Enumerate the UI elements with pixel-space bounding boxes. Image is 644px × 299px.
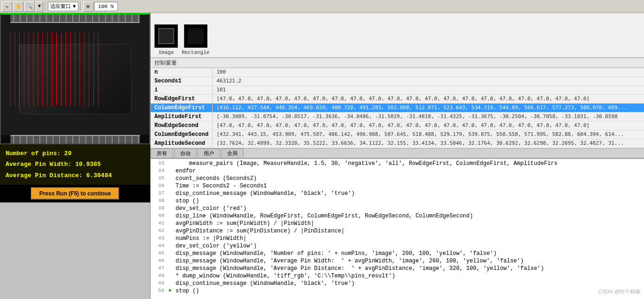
table-row[interactable]: ColumnEdgeFirst[416.112, 437.544, 448.35… xyxy=(151,104,644,112)
tabs-area: 所有 自动 用户 全局 xyxy=(151,149,644,159)
table-row[interactable]: AmplitudeSecond[32.7624, 32.4899, 32.332… xyxy=(151,139,644,148)
line-number: 35 xyxy=(151,175,167,181)
image-viewer-content xyxy=(1,15,149,143)
var-name: Seconds1 xyxy=(151,77,213,86)
line-number: 47 xyxy=(151,265,167,271)
line-content: stop () xyxy=(174,287,644,295)
tab-auto[interactable]: 自动 xyxy=(174,149,197,158)
line-number: 39 xyxy=(151,205,167,211)
table-row[interactable]: RowEdgeSecond[47.0, 47.0, 47.0, 47.0, 47… xyxy=(151,121,644,130)
toolbar-sep-2 xyxy=(80,2,81,11)
toolbar-zoom-pct: 100 % xyxy=(94,2,118,11)
line-number: 49 xyxy=(151,280,167,286)
variables-table: n100Seconds1463121.2i101RowEdgeFirst[47.… xyxy=(151,68,644,148)
right-panel: Image Rectangle 控制窗量 n100Seconds1463121.… xyxy=(150,13,644,299)
toolbar-sep-1 xyxy=(45,2,46,11)
line-content: avgPinWidth := sum(PinWidth) / |PinWidth… xyxy=(174,220,644,227)
toolbar-btn-3[interactable]: 🔍 xyxy=(24,1,35,12)
list-item: 49disp_continue_message (WindowHandle, '… xyxy=(151,280,644,287)
variables-table-container[interactable]: n100Seconds1463121.2i101RowEdgeFirst[47.… xyxy=(151,68,644,149)
line-content: dev_set_color ('yellow') xyxy=(174,242,644,250)
code-panel[interactable]: 33 measure_pairs (Image, MeasureHandle, … xyxy=(151,159,644,299)
avg-dist-line: Average Pin Distance: 6.30484 xyxy=(6,170,145,181)
table-row[interactable]: Seconds1463121.2 xyxy=(151,77,644,86)
list-item: 37disp_continue_message (WindowHandle, '… xyxy=(151,190,644,197)
line-number: 34 xyxy=(151,167,167,173)
shape-label-rect: Rectangle xyxy=(182,50,209,55)
fit-dropdown-arrow[interactable]: ▼ xyxy=(73,4,76,9)
var-value: [-30.3089, -31.0754, -30.8517, -31.3636,… xyxy=(213,112,644,121)
var-value: [47.0, 47.0, 47.0, 47.0, 47.0, 47.0, 47.… xyxy=(213,95,644,104)
table-row[interactable]: i101 xyxy=(151,86,644,95)
list-item: 40disp_line (WindowHandle, RowEdgeFirst,… xyxy=(151,212,644,220)
num-pins-value: 20 xyxy=(64,150,72,157)
var-value: [47.0, 47.0, 47.0, 47.0, 47.0, 47.0, 47.… xyxy=(213,121,644,130)
line-number: 37 xyxy=(151,190,167,196)
continue-button[interactable]: Press Run (F5) to continue xyxy=(31,187,120,200)
code-lines-container: 33 measure_pairs (Image, MeasureHandle, … xyxy=(151,160,644,295)
toolbar-fit-dropdown[interactable]: 适应窗口 ▼ xyxy=(48,2,78,11)
line-number: 42 xyxy=(151,227,167,233)
var-value: [416.112, 437.544, 448.354, 469.659, 480… xyxy=(213,104,644,112)
shape-selector: Image Rectangle xyxy=(151,13,644,58)
var-name: ColumnEdgeFirst xyxy=(151,104,213,112)
line-number: 36 xyxy=(151,182,167,188)
line-content: stop () xyxy=(174,197,644,205)
toolbar: ↖ ✋ 🔍 ▼ 适应窗口 ▼ ⊞ 100 % xyxy=(0,0,644,13)
toolbar-btn-zoom-dropdown[interactable]: ▼ xyxy=(36,1,43,12)
var-name: AmplitudeSecond xyxy=(151,139,213,148)
line-content: disp_continue_message (WindowHandle, 'bl… xyxy=(174,280,644,287)
line-content: Time := Seconds2 - Seconds1 xyxy=(174,182,644,190)
tab-all[interactable]: 所有 xyxy=(151,149,173,158)
list-item: 43numPins := |PinWidth| xyxy=(151,235,644,242)
avg-width-label: Average Pin Width: xyxy=(6,161,71,168)
shape-item-rect[interactable]: Rectangle xyxy=(182,24,209,55)
table-row[interactable]: RowEdgeFirst[47.0, 47.0, 47.0, 47.0, 47.… xyxy=(151,95,644,104)
chip-body xyxy=(1,23,149,135)
num-pins-line: Number of pins: 20 xyxy=(6,148,145,159)
var-value: [32.7624, 32.4899, 32.3328, 35.5222, 33.… xyxy=(213,139,644,148)
list-item: 38stop () xyxy=(151,197,644,205)
list-item: 46disp_message (WindowHandle, 'Average P… xyxy=(151,257,644,265)
var-name: AmplitudeFirst xyxy=(151,112,213,121)
var-name: i xyxy=(151,86,213,95)
image-viewer[interactable] xyxy=(0,13,150,144)
line-number: 41 xyxy=(151,220,167,226)
table-row[interactable]: ColumnEdgeSecond[432.341, 443.15, 453.90… xyxy=(151,130,644,139)
line-number: 50 xyxy=(151,287,167,293)
line-content: disp_message (WindowHandle, 'Number of p… xyxy=(174,250,644,257)
avg-dist-label: Average Pin Distance: xyxy=(6,172,83,179)
continue-btn-area: Press Run (F5) to continue xyxy=(0,185,150,202)
var-value: 100 xyxy=(213,68,644,77)
left-panel: Number of pins: 20 Average Pin Width: 10… xyxy=(0,13,150,299)
line-content: disp_continue_message (WindowHandle, 'bl… xyxy=(174,190,644,197)
var-name: n xyxy=(151,68,213,77)
list-item: 44dev_set_color ('yellow') xyxy=(151,242,644,250)
line-content: avgPinDistance := sum(PinDistance) / |Pi… xyxy=(174,227,644,235)
chip-inner xyxy=(19,44,131,114)
line-content: count_seconds (Seconds2) xyxy=(174,175,644,182)
line-arrow: ▶ xyxy=(167,287,174,293)
toolbar-btn-1[interactable]: ↖ xyxy=(2,1,12,12)
var-name: RowEdgeSecond xyxy=(151,121,213,130)
list-item: 34endfor xyxy=(151,167,644,175)
list-item: 45disp_message (WindowHandle, 'Number of… xyxy=(151,250,644,257)
line-content: disp_message (WindowHandle, 'Average Pin… xyxy=(174,257,644,265)
var-name: ColumnEdgeSecond xyxy=(151,130,213,139)
toolbar-grid-btn[interactable]: ⊞ xyxy=(83,1,93,12)
var-value: [432.341, 443.15, 453.909, 475.507, 486.… xyxy=(213,130,644,139)
line-number: 38 xyxy=(151,197,167,203)
control-panel-title-text: 控制窗量 xyxy=(154,59,177,67)
main-area: Number of pins: 20 Average Pin Width: 10… xyxy=(0,13,644,299)
table-row[interactable]: n100 xyxy=(151,68,644,77)
list-item: 35count_seconds (Seconds2) xyxy=(151,175,644,182)
tab-user[interactable]: 用户 xyxy=(198,149,220,158)
tab-global[interactable]: 全局 xyxy=(221,149,244,158)
shape-item-image[interactable]: Image xyxy=(154,24,178,55)
info-overlay: Number of pins: 20 Average Pin Width: 10… xyxy=(0,144,150,185)
shape-label-image: Image xyxy=(158,50,174,55)
table-row[interactable]: AmplitudeFirst[-30.3089, -31.0754, -30.8… xyxy=(151,112,644,121)
chip-top-pins xyxy=(10,15,140,23)
line-number: 45 xyxy=(151,250,167,256)
toolbar-btn-2[interactable]: ✋ xyxy=(13,1,23,12)
